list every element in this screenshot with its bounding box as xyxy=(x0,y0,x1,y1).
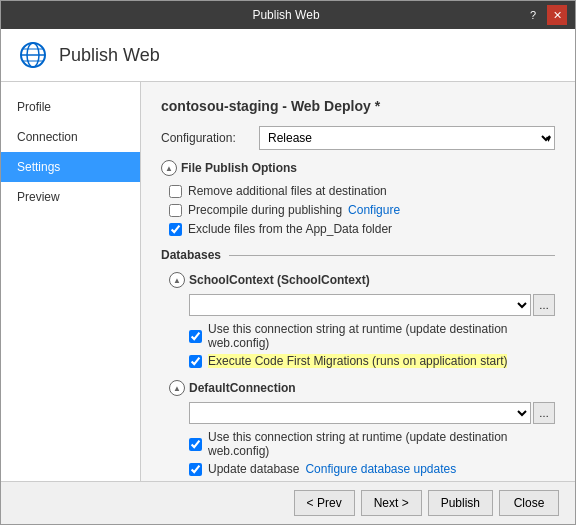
school-context-connection-select[interactable] xyxy=(189,294,531,316)
precompile-configure-link[interactable]: Configure xyxy=(348,203,400,217)
checkbox-exclude-app-data: Exclude files from the App_Data folder xyxy=(161,222,555,236)
main-content: Profile Connection Settings Preview cont… xyxy=(1,82,575,481)
next-button[interactable]: Next > xyxy=(361,490,422,516)
content-area: contosou-staging - Web Deploy * Configur… xyxy=(141,82,575,481)
default-connection-checkboxes: Use this connection string at runtime (u… xyxy=(169,430,555,476)
sidebar: Profile Connection Settings Preview xyxy=(1,82,141,481)
page-title: contosou-staging - Web Deploy * xyxy=(161,98,555,114)
window-title: Publish Web xyxy=(49,8,523,22)
header: Publish Web xyxy=(1,29,575,82)
default-connection-select[interactable] xyxy=(189,402,531,424)
school-context-connection-string-label: Use this connection string at runtime (u… xyxy=(208,322,555,350)
default-connection-update-db-label: Update database xyxy=(208,462,299,476)
collapse-default-connection-icon[interactable]: ▲ xyxy=(169,380,185,396)
remove-additional-label: Remove additional files at destination xyxy=(188,184,387,198)
close-button[interactable]: Close xyxy=(499,490,559,516)
school-context-subsection: ▲ SchoolContext (SchoolContext) … Use th… xyxy=(161,272,555,368)
default-connection-string-row: Use this connection string at runtime (u… xyxy=(189,430,555,458)
file-publish-options-header: ▲ File Publish Options xyxy=(161,160,555,176)
default-connection-update-db-checkbox[interactable] xyxy=(189,463,202,476)
school-context-migrations-checkbox[interactable] xyxy=(189,355,202,368)
school-context-migrations-label: Execute Code First Migrations (runs on a… xyxy=(208,354,507,368)
publish-web-window: Publish Web ? ✕ Publish Web Profile Conn… xyxy=(0,0,576,525)
configure-db-updates-link[interactable]: Configure database updates xyxy=(305,462,456,476)
school-context-ellipsis-button[interactable]: … xyxy=(533,294,555,316)
school-context-title: SchoolContext (SchoolContext) xyxy=(189,273,370,287)
databases-section: Databases ▲ SchoolContext (SchoolContext… xyxy=(161,248,555,476)
configuration-label: Configuration: xyxy=(161,131,251,145)
checkbox-remove-additional: Remove additional files at destination xyxy=(161,184,555,198)
databases-label: Databases xyxy=(161,248,221,262)
configuration-select-wrapper: Release xyxy=(259,126,555,150)
school-context-header: ▲ SchoolContext (SchoolContext) xyxy=(169,272,555,288)
school-context-migrations-row: Execute Code First Migrations (runs on a… xyxy=(189,354,555,368)
prev-button[interactable]: < Prev xyxy=(294,490,355,516)
exclude-app-data-label: Exclude files from the App_Data folder xyxy=(188,222,392,236)
help-button[interactable]: ? xyxy=(523,5,543,25)
databases-divider xyxy=(229,255,555,256)
precompile-label: Precompile during publishing xyxy=(188,203,342,217)
sidebar-item-connection[interactable]: Connection xyxy=(1,122,140,152)
databases-header: Databases xyxy=(161,248,555,262)
default-connection-string-checkbox[interactable] xyxy=(189,438,202,451)
title-bar: Publish Web ? ✕ xyxy=(1,1,575,29)
default-connection-update-db-row: Update database Configure database updat… xyxy=(189,462,555,476)
footer: < Prev Next > Publish Close xyxy=(1,481,575,524)
collapse-school-context-icon[interactable]: ▲ xyxy=(169,272,185,288)
header-title: Publish Web xyxy=(59,45,160,66)
default-connection-subsection: ▲ DefaultConnection … Use this connectio… xyxy=(161,380,555,476)
configuration-row: Configuration: Release xyxy=(161,126,555,150)
precompile-checkbox[interactable] xyxy=(169,204,182,217)
sidebar-item-preview[interactable]: Preview xyxy=(1,182,140,212)
sidebar-item-settings[interactable]: Settings xyxy=(1,152,140,182)
default-connection-string-label: Use this connection string at runtime (u… xyxy=(208,430,555,458)
default-connection-select-row: … xyxy=(169,402,555,424)
school-context-checkboxes: Use this connection string at runtime (u… xyxy=(169,322,555,368)
checkbox-precompile: Precompile during publishing Configure xyxy=(161,203,555,217)
sidebar-item-profile[interactable]: Profile xyxy=(1,92,140,122)
window-close-button[interactable]: ✕ xyxy=(547,5,567,25)
publish-button[interactable]: Publish xyxy=(428,490,493,516)
default-connection-title: DefaultConnection xyxy=(189,381,296,395)
remove-additional-checkbox[interactable] xyxy=(169,185,182,198)
globe-icon xyxy=(17,39,49,71)
exclude-app-data-checkbox[interactable] xyxy=(169,223,182,236)
default-connection-ellipsis-button[interactable]: … xyxy=(533,402,555,424)
collapse-file-publish-icon[interactable]: ▲ xyxy=(161,160,177,176)
school-context-connection-string-checkbox[interactable] xyxy=(189,330,202,343)
title-bar-buttons: ? ✕ xyxy=(523,5,567,25)
file-publish-options-title: File Publish Options xyxy=(181,161,297,175)
default-connection-header: ▲ DefaultConnection xyxy=(169,380,555,396)
school-context-select-row: … xyxy=(169,294,555,316)
school-context-connection-string-row: Use this connection string at runtime (u… xyxy=(189,322,555,350)
configuration-select[interactable]: Release xyxy=(259,126,555,150)
